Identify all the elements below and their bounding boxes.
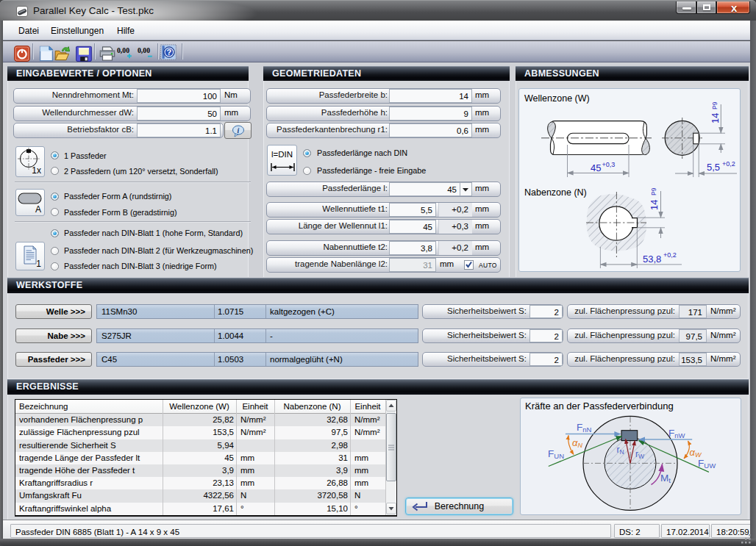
svg-text:FnW: FnW [668, 428, 685, 439]
svg-text:FnN: FnN [577, 422, 592, 434]
svg-text:Wellenzone (W): Wellenzone (W) [524, 93, 590, 104]
svg-text:0,00: 0,00 [138, 46, 150, 54]
svg-text:Nabenzone (N): Nabenzone (N) [524, 187, 587, 198]
svg-text:P9: P9 [650, 187, 657, 195]
svg-text:+0,2: +0,2 [722, 160, 735, 168]
svg-text:FUN: FUN [548, 448, 564, 460]
svg-text:?: ? [167, 48, 172, 57]
svg-text:+0,2: +0,2 [663, 251, 677, 259]
svg-text:14: 14 [710, 113, 721, 123]
svg-text:αW: αW [690, 447, 702, 459]
svg-text:FUW: FUW [698, 458, 716, 470]
svg-text:i: i [238, 126, 240, 134]
svg-text:53,8: 53,8 [643, 254, 661, 265]
svg-text:5,5: 5,5 [707, 162, 720, 173]
svg-text:45: 45 [591, 162, 601, 173]
svg-text:14: 14 [649, 200, 660, 210]
svg-text:P9: P9 [711, 101, 718, 109]
svg-text:+0,3: +0,3 [602, 161, 616, 168]
svg-text:0,00: 0,00 [117, 46, 129, 54]
svg-text:αN: αN [572, 437, 582, 449]
svg-text:Kräfte an der Passfederverbind: Kräfte an der Passfederverbindung [525, 400, 674, 412]
